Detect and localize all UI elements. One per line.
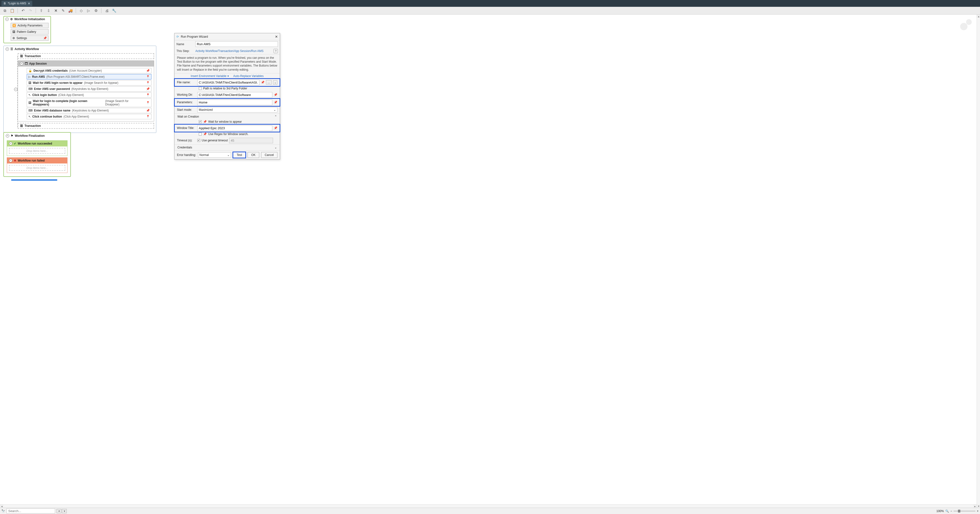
file-name-label: File name: bbox=[177, 81, 196, 84]
horizontal-scrollbar[interactable]: ◂ ▸ bbox=[0, 504, 977, 508]
error-handling-select[interactable]: Normal⌄ bbox=[198, 152, 231, 158]
pin-icon[interactable]: 📌 bbox=[274, 93, 277, 96]
play-button[interactable]: ▷ bbox=[86, 8, 92, 14]
magnify-icon[interactable]: 🔍 bbox=[945, 509, 949, 513]
vertical-scrollbar[interactable]: ▴ ▾ bbox=[977, 14, 980, 508]
ok-button[interactable]: OK bbox=[248, 152, 259, 158]
transaction-end[interactable]: ⛓ Transaction bbox=[18, 123, 154, 129]
pin-icon[interactable]: 📌 bbox=[146, 69, 150, 72]
pin-icon[interactable]: 📌 bbox=[261, 81, 264, 84]
paste-button[interactable]: 📋 bbox=[9, 8, 15, 14]
pin-icon[interactable]: 📌 bbox=[146, 87, 150, 91]
workflow-step[interactable]: ▷Run AMS (Run Program ASI.SMART.Client.F… bbox=[27, 74, 151, 80]
cancel-button[interactable]: Cancel bbox=[261, 152, 277, 158]
collapse-button[interactable]: − bbox=[5, 18, 9, 21]
drop-zone[interactable]: Drop Items here... bbox=[9, 148, 65, 154]
gears-icon: ⚙ bbox=[10, 18, 13, 21]
undo-button[interactable]: ↶ bbox=[20, 8, 26, 14]
auto-replace-button[interactable]: Auto-Replace Variables bbox=[233, 74, 264, 78]
zoom-out-button[interactable]: − bbox=[950, 509, 952, 513]
collapse-button[interactable]: − bbox=[6, 134, 9, 137]
search-input[interactable] bbox=[6, 508, 55, 514]
relative-path-checkbox[interactable] bbox=[199, 87, 202, 90]
toolbar: ⧉ 📋 ↶ ↷ ⇧ ⇩ ✕ ✎ 🚚 ◇ ▷ ⚙ 🖨 🔧 bbox=[0, 7, 980, 14]
use-general-timeout-checkbox[interactable]: ✔ bbox=[197, 139, 200, 142]
collapse-button[interactable]: − bbox=[6, 47, 9, 51]
pattern-gallery-item[interactable]: 🖼 Pattern Gallery bbox=[11, 29, 49, 35]
wand-button[interactable]: ✎ bbox=[60, 8, 66, 14]
binoculars-icon[interactable]: 🔭 bbox=[2, 509, 5, 513]
name-input[interactable] bbox=[196, 41, 278, 47]
transaction-start[interactable]: ⛓ Transaction bbox=[18, 53, 154, 59]
debug-button[interactable]: ⚙ bbox=[93, 8, 99, 14]
check-circle-icon: ✔ bbox=[14, 142, 16, 145]
file-name-input[interactable] bbox=[197, 80, 259, 85]
zoom-slider[interactable] bbox=[953, 511, 975, 512]
scroll-left-button[interactable]: ◂ bbox=[0, 504, 3, 508]
pin-icon[interactable]: 📍 bbox=[146, 101, 150, 104]
pin-icon[interactable]: 📌 bbox=[43, 37, 47, 40]
down-arrow-button[interactable]: ⇩ bbox=[46, 8, 51, 14]
scroll-down-button[interactable]: ▾ bbox=[977, 504, 980, 508]
step-path-link[interactable]: Activity Workflow/Transaction/App Sessio… bbox=[196, 49, 264, 53]
collapse-button[interactable]: − bbox=[14, 88, 18, 91]
print-button[interactable]: 🖨 bbox=[104, 8, 110, 14]
workflow-step[interactable]: ↖Click login button (Click App Element)📍 bbox=[27, 92, 151, 97]
collapse-button[interactable]: − bbox=[9, 142, 13, 145]
browse-button[interactable]: ... bbox=[266, 80, 272, 85]
separator bbox=[101, 8, 102, 13]
pin-icon[interactable]: 📌 bbox=[274, 101, 277, 104]
use-regex-checkbox[interactable] bbox=[199, 132, 202, 136]
pin-icon[interactable]: 📍 bbox=[146, 81, 150, 85]
zoom-in-button[interactable]: + bbox=[977, 509, 978, 513]
chevron-down-icon: ⌄ bbox=[227, 153, 229, 157]
workflow-step[interactable]: ⌨Enter AMS database name (Keystrokes to … bbox=[27, 108, 151, 113]
wait-window-checkbox[interactable]: ✔ bbox=[199, 120, 202, 123]
pin-icon[interactable]: 📌 bbox=[274, 126, 277, 130]
breakpoint-button[interactable]: ◇ bbox=[78, 8, 84, 14]
workflow-step[interactable]: 🖼Wait for AMS login screen to appear (Im… bbox=[27, 80, 151, 86]
working-dir-label: Working Dir: bbox=[177, 93, 196, 96]
workflow-step[interactable]: 🔓Decrypt AMS credentials (User Account D… bbox=[27, 68, 151, 73]
pin-icon[interactable]: 📌 bbox=[146, 109, 150, 112]
drop-zone[interactable]: Drop Items here... bbox=[9, 165, 65, 171]
close-x-button[interactable]: ✕ bbox=[53, 8, 59, 14]
step-icon: ⌨ bbox=[29, 109, 32, 112]
parameters-input[interactable] bbox=[197, 100, 272, 105]
dropdown-button[interactable]: ⌄ bbox=[273, 80, 277, 85]
pin-icon[interactable]: 📍 bbox=[146, 93, 150, 97]
workflow-step[interactable]: ⌨Enter AMS user password (Keystrokes to … bbox=[27, 86, 151, 92]
truck-button[interactable]: 🚚 bbox=[67, 8, 73, 14]
up-arrow-button[interactable]: ⇧ bbox=[38, 8, 44, 14]
pin-icon[interactable]: 📍 bbox=[146, 115, 150, 118]
tool-button[interactable]: 🔧 bbox=[111, 8, 117, 14]
scroll-right-button[interactable]: ▸ bbox=[973, 504, 977, 508]
settings-item[interactable]: ⚙ Settings 📌 bbox=[11, 35, 49, 41]
working-dir-input[interactable] bbox=[197, 92, 272, 97]
workflow-step[interactable]: ↖Click continue button (Click App Elemen… bbox=[27, 114, 151, 119]
scroll-up-button[interactable]: ▴ bbox=[977, 14, 980, 18]
pin-icon[interactable]: 📌 bbox=[203, 120, 207, 123]
collapse-button[interactable]: − bbox=[9, 159, 13, 162]
search-prev-button[interactable]: ∧ bbox=[57, 509, 61, 513]
pin-icon[interactable]: 📍 bbox=[146, 75, 150, 78]
search-next-button[interactable]: ∨ bbox=[62, 509, 67, 513]
redo-button[interactable]: ↷ bbox=[27, 8, 33, 14]
collapse-button[interactable]: − bbox=[20, 62, 23, 65]
copy-button[interactable]: ⧉ bbox=[2, 8, 8, 14]
start-mode-select[interactable]: Maximized⌄ bbox=[197, 107, 277, 112]
activity-parameters-item[interactable]: 🔀 Activity Parameters bbox=[11, 23, 49, 28]
close-dialog-button[interactable]: ✕ bbox=[275, 35, 278, 38]
pin-icon[interactable]: 📌 bbox=[203, 132, 207, 136]
app-session-header[interactable]: − 🗔 App Session bbox=[18, 61, 154, 67]
workflow-succeeded-block: − ✔ Workflow run succeeded Drop Items he… bbox=[7, 140, 67, 156]
workflow-step[interactable]: 🖼Wait for login to complete (login scree… bbox=[27, 98, 151, 107]
test-button[interactable]: Test bbox=[233, 152, 246, 158]
help-button[interactable]: ? bbox=[274, 49, 278, 53]
document-tab[interactable]: 🗎 *Login to AMS ✕ bbox=[2, 1, 32, 6]
window-title-input[interactable] bbox=[197, 125, 272, 131]
wait-on-creation-header[interactable]: Wait on Creation ⌃ bbox=[175, 113, 280, 120]
insert-env-var-button[interactable]: Insert Environment Variable▾ bbox=[191, 74, 229, 78]
credentials-header[interactable]: Credentials ⌄ bbox=[175, 144, 280, 150]
close-tab-icon[interactable]: ✕ bbox=[28, 2, 30, 5]
